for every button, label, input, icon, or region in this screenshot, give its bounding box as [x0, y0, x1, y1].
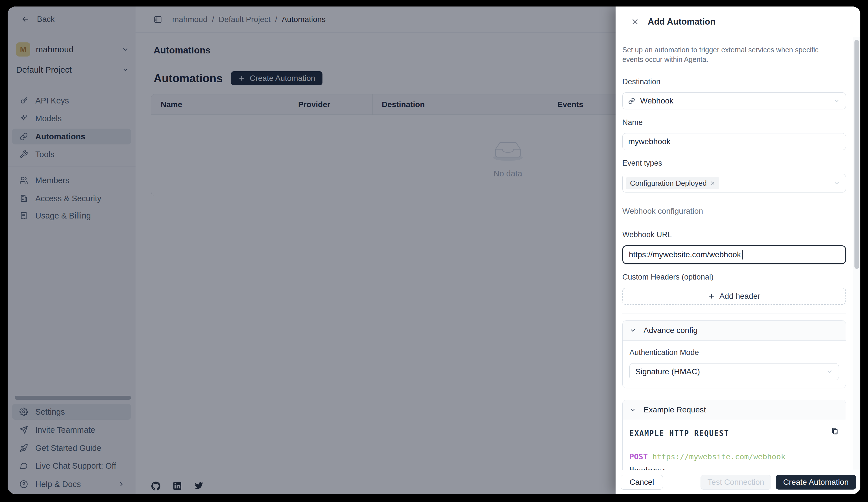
tag-remove-icon[interactable] — [710, 181, 715, 186]
event-types-select[interactable]: Configuration Deployed — [622, 174, 846, 192]
name-value: mywebhook — [628, 137, 670, 146]
event-type-tag: Configuration Deployed — [626, 177, 719, 189]
name-label: Name — [622, 117, 846, 128]
cancel-button[interactable]: Cancel — [621, 475, 663, 490]
drawer-scrollbar[interactable] — [853, 37, 860, 470]
drawer-description: Set up an automation to trigger external… — [622, 45, 831, 64]
advance-config-header[interactable]: Advance config — [623, 321, 846, 341]
example-request-next-line: Headers: — [629, 465, 839, 470]
authentication-mode-label: Authentication Mode — [629, 348, 839, 358]
example-request-header[interactable]: Example Request — [623, 400, 846, 420]
chevron-down-icon — [833, 180, 840, 187]
divider — [622, 313, 846, 313]
drawer-overlay-mask[interactable] — [8, 7, 616, 494]
chevron-down-icon — [826, 368, 833, 375]
chevron-down-icon — [629, 327, 636, 334]
destination-select[interactable]: Webhook — [622, 92, 846, 109]
add-header-button[interactable]: Add header — [622, 288, 846, 305]
create-automation-submit-button[interactable]: Create Automation — [776, 475, 856, 490]
advance-config-panel: Advance config Authentication Mode Signa… — [622, 320, 846, 388]
plus-icon — [708, 293, 715, 300]
example-request-line: POST https://mywebsite.com/webhook — [629, 452, 839, 462]
http-method: POST — [629, 452, 648, 461]
request-url: https://mywebsite.com/webhook — [652, 452, 785, 461]
webhook-url-label: Webhook URL — [622, 230, 846, 240]
drawer-title: Add Automation — [648, 17, 715, 27]
app-window: Back M mahmoud Default Project API Keys … — [8, 7, 860, 494]
test-connection-button[interactable]: Test Connection — [701, 475, 771, 490]
destination-label: Destination — [622, 77, 846, 87]
authentication-mode-value: Signature (HMAC) — [636, 367, 700, 376]
text-cursor — [742, 250, 743, 260]
name-input[interactable]: mywebhook — [622, 133, 846, 150]
copy-icon[interactable] — [830, 427, 839, 435]
chevron-down-icon — [833, 98, 840, 104]
example-http-request-heading: EXAMPLE HTTP REQUEST — [629, 427, 729, 438]
close-icon[interactable] — [631, 18, 639, 26]
drawer-body: Set up an automation to trigger external… — [616, 37, 853, 470]
authentication-mode-select[interactable]: Signature (HMAC) — [629, 363, 839, 380]
chevron-down-icon — [629, 406, 636, 413]
example-request-panel: Example Request EXAMPLE HTTP REQUEST POS… — [622, 400, 846, 470]
drawer-footer: Cancel Test Connection Create Automation — [616, 470, 860, 494]
custom-headers-label: Custom Headers (optional) — [622, 272, 846, 282]
drawer-header: Add Automation — [616, 7, 860, 37]
add-automation-drawer: Add Automation Set up an automation to t… — [616, 7, 860, 494]
destination-value: Webhook — [640, 97, 673, 106]
link-icon — [628, 98, 635, 104]
event-types-label: Event types — [622, 158, 846, 168]
desktop-background: Back M mahmoud Default Project API Keys … — [0, 0, 868, 502]
webhook-url-value: https://mywebsite.com/webhook — [629, 250, 741, 259]
webhook-url-input[interactable]: https://mywebsite.com/webhook — [622, 245, 846, 264]
webhook-configuration-heading: Webhook configuration — [622, 206, 846, 216]
scrollbar-thumb[interactable] — [855, 40, 859, 269]
